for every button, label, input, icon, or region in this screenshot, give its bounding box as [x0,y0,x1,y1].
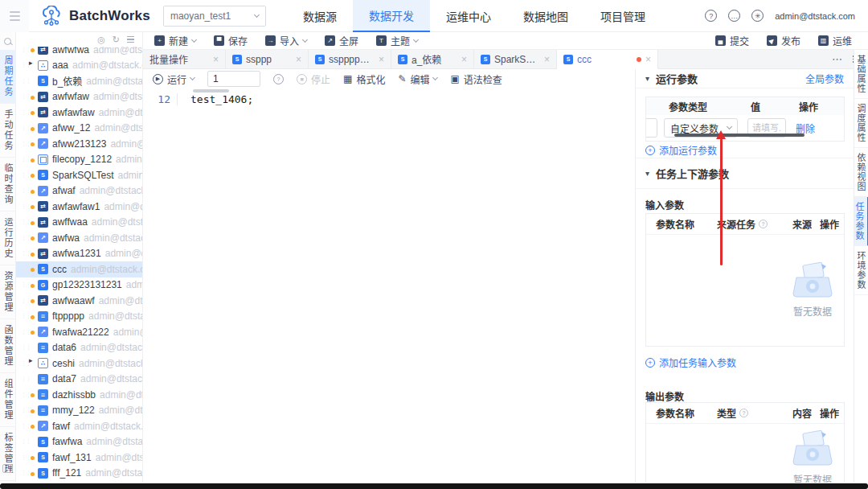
left-rail-tab[interactable]: 运行历史 [0,212,16,265]
tree-item[interactable]: ⋮⋮ ▸ fawf admin@dtstack.com [16,418,142,434]
tree-item[interactable]: ⋮⋮ ▸ b_依赖 admin@dtstack.com [16,73,142,89]
tree-menu-icon[interactable] [127,36,134,43]
drag-handle-icon[interactable]: ⋮⋮ [21,219,29,225]
drag-handle-icon[interactable]: ⋮⋮ [21,298,29,304]
editor-scrollbar[interactable] [193,89,229,92]
right-rail-tab[interactable]: 调度属性 [854,99,868,148]
close-icon[interactable]: × [213,54,219,65]
tree-item[interactable]: ⋮⋮ ▸ data7 admin@dtstack.com [16,372,142,388]
tree-item[interactable]: ⋮⋮ ▸ afww_12 admin@dtstack.com [16,121,142,137]
syntax-check-button[interactable]: ▣ 语法检查 [450,72,502,86]
search-icon[interactable] [0,32,15,50]
tree-item[interactable]: ⋮⋮ ▸ awffwaa admin@dtstack.com [16,215,142,231]
drag-handle-icon[interactable]: ⋮⋮ [21,329,29,335]
nav-item[interactable]: 项目管理 [584,0,661,32]
tree-item[interactable]: ⋮⋮ ▸ fwafwa21222 admin@dtstack.com [16,324,142,340]
help-icon[interactable]: ? [739,409,748,417]
drag-handle-icon[interactable]: ⋮⋮ [21,313,29,319]
editor-tab[interactable]: ccc × [557,50,658,69]
tree-item[interactable]: ⋮⋮ ▸ afww213123 admin@dtstack.com [16,136,142,152]
close-icon[interactable]: × [544,54,550,65]
drag-handle-icon[interactable]: ⋮⋮ [21,250,29,257]
flow-params-header[interactable]: ▾ 任务上下游参数 [645,166,729,181]
run-params-header[interactable]: ▾ 运行参数 全局参数 [636,69,854,88]
drag-handle-icon[interactable]: ⋮⋮ [21,125,29,131]
expand-arrow-icon[interactable]: ▸ [29,356,33,364]
tree-item[interactable]: ⋮⋮ ▸ fawfwa admin@dtstack.com [16,434,142,450]
help-icon[interactable]: ? [759,220,768,228]
drag-handle-icon[interactable]: ⋮⋮ [21,187,29,194]
horizontal-scrollbar[interactable] [674,134,805,137]
drag-handle-icon[interactable]: ⋮⋮ [21,392,29,398]
tree-item[interactable]: ⋮⋮ ▸ SparkSQLTest admin@dtstack.com [16,167,142,183]
tree-item[interactable]: ⋮⋮ ▸ awfwa1231 admin@dtstack.com [16,246,142,262]
nav-item[interactable]: 数据源 [287,0,353,32]
toolbar-button[interactable]: ↗ 全屏 [325,34,358,47]
drag-handle-icon[interactable]: ⋮⋮ [21,156,29,162]
editor-tab[interactable]: ssppppp111 × [309,50,391,68]
tree-item[interactable]: ⋮⋮ ▸ awfwa admin@dtstack.com [16,230,142,246]
add-run-param-link[interactable]: + 添加运行参数 [645,143,717,157]
tree-item[interactable]: ⋮⋮ ▸ filecopy_1212 admin@dtstack.com [16,152,142,168]
left-rail-tab[interactable]: 周期任务 [0,50,16,104]
tree-item[interactable]: ⋮⋮ ▸ ftppppp admin@dtstack.com [16,309,142,325]
tree-item[interactable]: ⋮⋮ ▸ data6 admin@dtstack.com [16,340,142,356]
close-icon[interactable]: × [645,54,651,65]
drag-handle-icon[interactable]: ⋮⋮ [21,423,29,429]
param-name-input[interactable] [645,118,657,138]
settings-gear-icon[interactable]: ✳ [751,10,764,22]
tree-item[interactable]: ⋮⋮ ▸ awfawfaw1 admin@dtstack.com [16,199,142,215]
project-select[interactable]: maoyan_test1 [163,6,266,27]
toolbar-action-button[interactable]: ▄ 提交 [715,34,749,47]
drag-handle-icon[interactable]: ⋮⋮ [21,203,29,210]
nav-item[interactable]: 数据开发 [353,0,430,32]
tree-item[interactable]: ⋮⋮ ▸ awfwfaw admin@dtstack.com [16,89,142,105]
drag-handle-icon[interactable]: ⋮⋮ [21,93,29,100]
add-input-param-link[interactable]: + 添加任务输入参数 [645,355,736,369]
message-icon[interactable]: … [728,10,740,22]
run-button[interactable]: ▶ 运行 [153,72,194,86]
tree-item[interactable]: ⋮⋮ ▸ gp12323131231 admin@dtstack.com [16,277,142,294]
left-rail-tab[interactable]: 资源管理 [0,265,16,319]
refresh-icon[interactable]: ↻ [113,35,120,45]
tree-item[interactable]: ⋮⋮ ▸ dazhissbb admin@dtstack.com [16,387,142,403]
drag-handle-icon[interactable]: ⋮⋮ [21,470,29,476]
expand-arrow-icon[interactable]: ▸ [29,59,33,67]
nav-item[interactable]: 数据地图 [507,0,584,32]
right-rail-tab[interactable]: 基础属性 [854,50,868,99]
drag-handle-icon[interactable]: ⋮⋮ [21,78,29,84]
toolbar-button[interactable]: ▀ 保存 [214,34,248,47]
close-icon[interactable]: × [296,54,301,65]
editor-tab[interactable]: SparkSQLTest × [474,50,557,68]
help-icon[interactable]: ? [273,74,284,84]
tree-item[interactable]: ⋮⋮ ▸ ccc admin@dtstack.com [16,261,142,277]
drag-handle-icon[interactable]: ⋮⋮ [21,172,29,179]
tree-item[interactable]: ⋮⋮ ▸ ceshi admin@dtstack.com [16,355,142,372]
more-tabs-icon[interactable]: ⋯ [832,53,843,65]
edit-button[interactable]: ✎ 编辑 [398,72,437,86]
drag-handle-icon[interactable]: ⋮⋮ [21,235,29,241]
right-rail-tab[interactable]: 任务参数 [854,197,868,246]
tree-item[interactable]: ⋮⋮ ▸ awfawfaw admin@dtstack.com [16,105,142,121]
hamburger-menu-icon[interactable] [0,0,29,32]
close-icon[interactable]: × [461,54,467,65]
locate-file-icon[interactable]: ◎ [97,35,105,45]
global-params-link[interactable]: 全局参数 [805,72,844,85]
right-rail-tab[interactable]: 依赖视图 [854,148,868,197]
drag-handle-icon[interactable]: ⋮⋮ [21,407,29,413]
drag-handle-icon[interactable]: ⋮⋮ [21,141,29,147]
editor-tab[interactable]: 批量操作 × [143,50,226,68]
code-area[interactable]: 12 test_1406; [143,93,635,105]
toolbar-action-button[interactable]: ▥ 运维 [818,34,852,47]
tree-item[interactable]: ⋮⋮ ▸ awfwaawf admin@dtstack.com [16,293,142,309]
tree-item[interactable]: ⋮⋮ ▸ mmy_122 admin@dtstack.com [16,403,142,419]
format-button[interactable]: ▦ 格式化 [343,72,385,86]
close-icon[interactable]: × [379,54,384,65]
left-rail-tab[interactable]: 组件管理 [0,373,16,427]
toolbar-button[interactable]: → 导入 [265,34,307,47]
drag-handle-icon[interactable]: ⋮⋮ [21,281,29,288]
drag-handle-icon[interactable]: ⋮⋮ [21,376,29,382]
toolbar-button[interactable]: + 新建 [154,34,196,47]
editor-tab[interactable]: ssppp × [226,50,309,68]
stop-button[interactable]: ■ 停止 [297,72,330,86]
